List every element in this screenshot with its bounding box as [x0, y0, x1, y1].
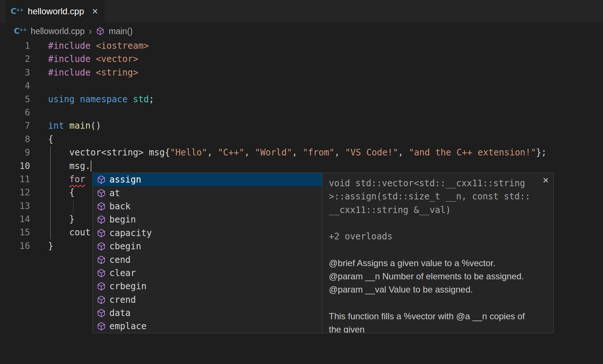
suggestion-label: back [109, 201, 131, 212]
suggestion-data[interactable]: data [93, 306, 322, 320]
line-number: 14 [0, 213, 30, 226]
line-number: 13 [0, 199, 30, 213]
suggestion-cbegin[interactable]: cbegin [93, 240, 322, 253]
code-text: int main() [48, 119, 101, 132]
line-number: 16 [0, 239, 30, 253]
code-line-7[interactable]: 7int main() [0, 119, 603, 132]
line-number: 15 [0, 226, 30, 239]
symbol-method-icon [97, 242, 106, 251]
code-text: using namespace std; [48, 93, 154, 106]
line-number: 10 [0, 159, 30, 173]
suggestion-label: emplace [109, 321, 146, 331]
suggestion-label: data [109, 308, 131, 318]
doc-overloads-link[interactable]: +2 overloads [329, 230, 539, 243]
doc-body: This function fills a %vector with @a __… [329, 310, 539, 333]
code-line-2[interactable]: 2#include <vector> [0, 52, 603, 66]
code-text: vector<string> msg{"Hello", "C++", "Worl… [48, 146, 546, 159]
symbol-method-icon [97, 228, 106, 238]
suggestion-cend[interactable]: cend [93, 253, 322, 266]
code-line-6[interactable]: 6 [0, 106, 603, 119]
line-number: 5 [0, 93, 30, 106]
symbol-method-icon [97, 188, 106, 198]
suggestion-at[interactable]: at [93, 186, 322, 199]
breadcrumb-symbol[interactable]: main() [109, 26, 132, 36]
doc-signature: void std::vector<std::__cxx11::string >:… [329, 177, 539, 217]
suggestion-crbegin[interactable]: crbegin [93, 280, 322, 293]
line-number: 12 [0, 186, 30, 199]
line-number: 2 [0, 52, 30, 66]
code-line-3[interactable]: 3#include <string> [0, 66, 603, 79]
symbol-method-icon [97, 321, 106, 331]
suggestion-crend[interactable]: crend [93, 293, 322, 306]
code-text: #include <iostream> [48, 39, 149, 52]
code-text: { [48, 186, 75, 199]
doc-description: @brief Assigns a given value to a %vecto… [329, 257, 539, 297]
suggestion-label: crbegin [109, 281, 146, 291]
line-number: 7 [0, 119, 30, 132]
symbol-method-icon [97, 202, 106, 211]
code-line-9[interactable]: 9 vector<string> msg{"Hello", "C++", "Wo… [0, 146, 603, 159]
tab-helloworld-cpp[interactable]: C⁺⁺ helloworld.cpp × [6, 0, 105, 23]
code-line-8[interactable]: 8{ [0, 133, 603, 146]
suggestion-label: crend [109, 295, 136, 305]
code-text: msg. [48, 159, 91, 173]
code-text: #include <vector> [48, 52, 138, 66]
suggestion-clear[interactable]: clear [93, 266, 322, 280]
suggestion-capacity[interactable]: capacity [93, 227, 322, 240]
chevron-right-icon: › [89, 26, 92, 36]
line-number: 11 [0, 173, 30, 186]
tab-bar: C⁺⁺ helloworld.cpp × [0, 0, 603, 23]
symbol-method-icon [97, 215, 106, 224]
suggestion-emplace[interactable]: emplace [93, 320, 322, 333]
code-line-4[interactable]: 4 [0, 79, 603, 92]
symbol-method-icon [97, 268, 106, 278]
code-text: } [48, 213, 75, 226]
suggestion-back[interactable]: back [93, 200, 322, 213]
indent-guide [73, 199, 73, 213]
breadcrumb-file[interactable]: helloworld.cpp [31, 26, 85, 36]
code-line-10[interactable]: 10 msg. [0, 159, 603, 173]
suggestion-label: assign [109, 174, 141, 185]
suggest-list: assignatbackbegincapacitycbegincendclear… [92, 173, 322, 333]
suggestion-label: cbegin [109, 241, 141, 251]
suggestion-label: at [109, 188, 120, 198]
code-line-5[interactable]: 5using namespace std; [0, 93, 603, 106]
symbol-method-icon [97, 255, 106, 265]
code-text: cout [48, 226, 91, 239]
close-icon[interactable]: × [543, 175, 549, 185]
bracket-pair-guide [50, 146, 51, 239]
line-number: 3 [0, 66, 30, 79]
symbol-method-icon [97, 308, 106, 318]
suggestion-label: clear [109, 268, 136, 278]
code-text: { [48, 133, 53, 146]
tab-title: helloworld.cpp [28, 6, 84, 16]
close-icon[interactable]: × [92, 7, 98, 16]
suggestion-assign[interactable]: assign [93, 173, 322, 186]
code-text: for [48, 173, 85, 186]
line-number: 9 [0, 146, 30, 159]
line-number: 6 [0, 106, 30, 119]
suggest-docs-panel: × void std::vector<std::__cxx11::string … [322, 173, 554, 333]
line-number: 4 [0, 79, 30, 92]
cpp-file-icon: C⁺⁺ [14, 27, 27, 36]
symbol-method-icon [97, 295, 106, 305]
suggestion-label: begin [109, 214, 136, 225]
line-number: 1 [0, 39, 30, 52]
text-cursor [91, 161, 91, 172]
symbol-method-icon [97, 282, 106, 291]
code-text: } [48, 239, 53, 253]
code-text: #include <string> [48, 66, 138, 79]
symbol-method-icon [97, 175, 106, 184]
suggestion-begin[interactable]: begin [93, 213, 322, 226]
symbol-method-icon [96, 27, 105, 36]
breadcrumb: C⁺⁺ helloworld.cpp › main() [14, 23, 132, 40]
cpp-file-icon: C⁺⁺ [11, 7, 23, 16]
suggestion-label: cend [109, 255, 131, 265]
line-number: 8 [0, 133, 30, 146]
suggestion-label: capacity [109, 228, 152, 238]
code-line-1[interactable]: 1#include <iostream> [0, 39, 603, 52]
